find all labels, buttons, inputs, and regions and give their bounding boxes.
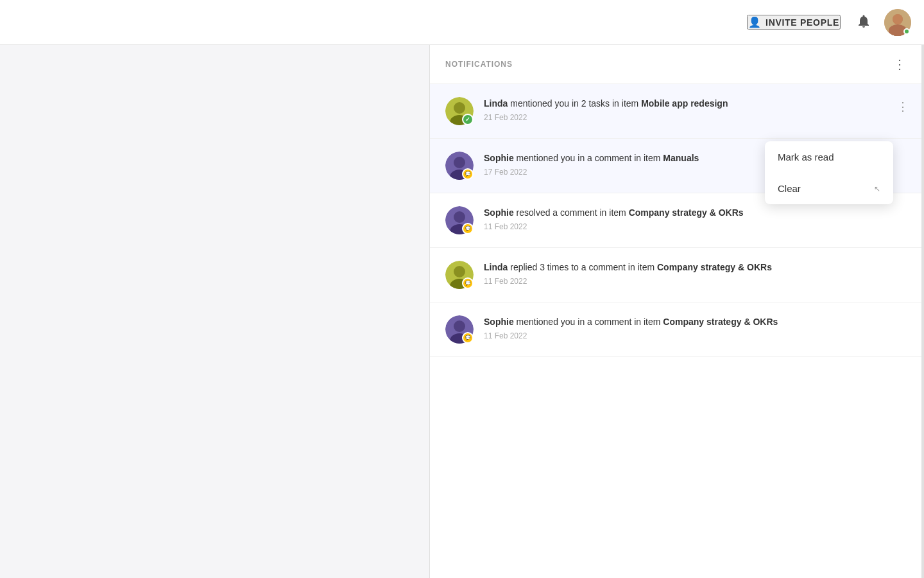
notification-text: Sophie resolved a comment in item Compan… — [484, 206, 906, 220]
notification-badge: ✓ — [462, 114, 474, 125]
notification-avatar: 💬 — [445, 261, 474, 289]
notifications-header: NOTIFICATIONS ⋮ — [430, 45, 921, 84]
svg-point-4 — [454, 102, 465, 114]
notification-date: 11 Feb 2022 — [484, 277, 906, 286]
notification-item[interactable]: ✓ Linda mentioned you in 2 tasks in item… — [430, 84, 921, 139]
clear-menu-item[interactable]: Clear ↖ — [765, 173, 893, 204]
svg-point-7 — [454, 157, 465, 168]
left-panel — [0, 45, 430, 578]
notification-menu-button[interactable]: ⋮ — [894, 97, 911, 116]
notification-content: Sophie resolved a comment in item Compan… — [484, 206, 906, 231]
notification-text: Sophie mentioned you in a comment in ite… — [484, 315, 906, 329]
notification-content: Linda replied 3 times to a comment in it… — [484, 261, 906, 286]
online-status-indicator — [903, 28, 910, 35]
user-avatar-button[interactable] — [884, 9, 911, 36]
notifications-panel: NOTIFICATIONS ⋮ ✓ Linda mention — [430, 45, 924, 578]
notification-avatar: 💬 — [445, 315, 474, 344]
svg-point-10 — [454, 211, 465, 223]
svg-point-16 — [454, 320, 465, 332]
bell-icon — [856, 20, 871, 31]
notification-date: 11 Feb 2022 — [484, 331, 906, 340]
notification-item[interactable]: 💬 Sophie mentioned you in a comment in i… — [430, 302, 921, 357]
notification-avatar: 💬 — [445, 152, 474, 180]
notification-badge: 💬 — [462, 223, 474, 234]
notification-date: 11 Feb 2022 — [484, 222, 906, 231]
notification-text: Linda mentioned you in 2 tasks in item M… — [484, 97, 906, 110]
notification-avatar: ✓ — [445, 97, 474, 125]
main-content: NOTIFICATIONS ⋮ ✓ Linda mention — [0, 45, 924, 578]
notification-item[interactable]: 💬 Linda replied 3 times to a comment in … — [430, 248, 921, 302]
notification-badge: 💬 — [462, 332, 474, 344]
notification-badge: 💬 — [462, 277, 474, 289]
mark-as-read-label: Mark as read — [778, 152, 834, 162]
app-header: 👤 INVITE PEOPLE — [0, 0, 924, 45]
notification-date: 21 Feb 2022 — [484, 113, 906, 122]
invite-people-label: INVITE PEOPLE — [766, 17, 839, 28]
invite-people-button[interactable]: 👤 INVITE PEOPLE — [747, 15, 841, 30]
notification-badge: 💬 — [462, 168, 474, 180]
cursor-indicator: ↖ — [874, 184, 880, 193]
notification-avatar: 💬 — [445, 206, 474, 234]
notification-content: Linda mentioned you in 2 tasks in item M… — [484, 97, 906, 122]
svg-point-1 — [893, 14, 903, 24]
notifications-bell-button[interactable] — [856, 13, 871, 31]
notification-content: Sophie mentioned you in a comment in ite… — [484, 315, 906, 340]
mark-as-read-menu-item[interactable]: Mark as read — [765, 141, 893, 173]
context-menu: Mark as read Clear ↖ — [765, 141, 893, 204]
person-add-icon: 👤 — [748, 16, 762, 28]
clear-label: Clear — [778, 183, 801, 194]
svg-point-13 — [454, 266, 465, 277]
notification-text: Linda replied 3 times to a comment in it… — [484, 261, 906, 274]
notifications-more-button[interactable]: ⋮ — [893, 58, 906, 71]
notifications-title: NOTIFICATIONS — [445, 60, 513, 69]
